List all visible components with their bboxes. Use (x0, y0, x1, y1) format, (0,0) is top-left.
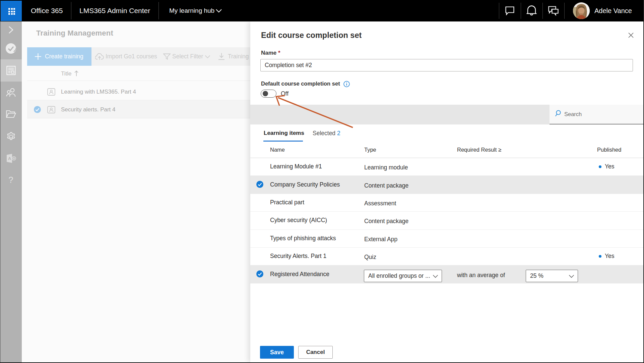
svg-text:A: A (8, 156, 11, 161)
